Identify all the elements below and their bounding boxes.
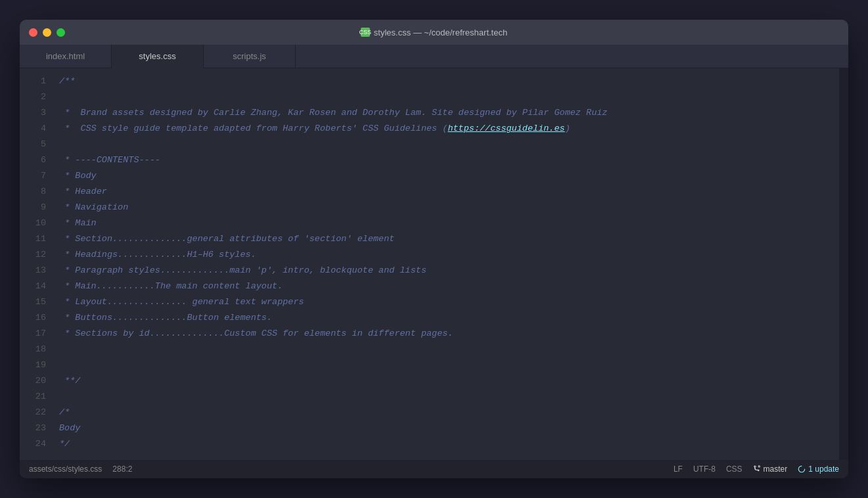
code-line-12: * Headings.............H1–H6 styles. [54, 247, 839, 263]
line-num-12: 12 [25, 247, 46, 263]
status-right: LF UTF-8 CSS master 1 update [674, 464, 839, 474]
code-line-3: * Brand assets designed by Carlie Zhang,… [54, 105, 839, 121]
line-num-3: 3 [25, 105, 46, 121]
line-num-24: 24 [25, 436, 46, 452]
line-num-8: 8 [25, 184, 46, 200]
code-line-24: */ [54, 436, 839, 452]
title-bar-text: CSS styles.css — ~/code/refreshart.tech [361, 28, 507, 37]
editor-container: 1 2 3 4 5 6 7 8 9 10 11 12 13 14 15 16 1… [20, 68, 848, 460]
code-line-13: * Paragraph styles.............main 'p',… [54, 263, 839, 279]
maximize-button[interactable] [57, 28, 65, 37]
code-line-6: * ----CONTENTS---- [54, 152, 839, 168]
code-line-4: * CSS style guide template adapted from … [54, 121, 839, 137]
line-num-13: 13 [25, 263, 46, 279]
line-num-4: 4 [25, 121, 46, 137]
code-line-2 [54, 89, 839, 105]
line-num-21: 21 [25, 389, 46, 405]
status-bar: assets/css/styles.css 288:2 LF UTF-8 CSS… [20, 460, 848, 478]
code-line-14: * Main...........The main content layout… [54, 279, 839, 294]
line-num-15: 15 [25, 294, 46, 310]
code-line-23: Body [54, 420, 839, 436]
line-num-17: 17 [25, 326, 46, 342]
line-num-20: 20 [25, 373, 46, 389]
line-num-1: 1 [25, 74, 46, 89]
line-num-5: 5 [25, 137, 46, 152]
git-branch-icon [753, 465, 761, 473]
code-line-8: * Header [54, 184, 839, 200]
code-line-15: * Layout............... general text wra… [54, 294, 839, 310]
minimize-button[interactable] [43, 28, 51, 37]
scrollbar[interactable] [839, 68, 848, 460]
window-title: styles.css — ~/code/refreshart.tech [374, 28, 507, 37]
code-line-11: * Section..............general attribute… [54, 231, 839, 247]
tab-spacer [296, 45, 848, 68]
file-type-icon: CSS [361, 28, 370, 37]
code-line-1: /** [54, 74, 839, 89]
code-line-5 [54, 137, 839, 152]
code-line-20: **/ [54, 373, 839, 389]
status-language[interactable]: CSS [726, 464, 742, 474]
code-line-17: * Sections by id..............Custom CSS… [54, 326, 839, 342]
code-line-7: * Body [54, 168, 839, 184]
line-num-10: 10 [25, 215, 46, 231]
window-controls [29, 28, 65, 37]
line-num-23: 23 [25, 420, 46, 436]
tab-scripts-js[interactable]: scripts.js [204, 45, 296, 68]
status-branch: master [753, 464, 788, 474]
status-position: 288:2 [112, 464, 132, 474]
code-line-10: * Main [54, 215, 839, 231]
status-update[interactable]: 1 update [798, 464, 839, 474]
line-num-2: 2 [25, 89, 46, 105]
line-num-19: 19 [25, 357, 46, 373]
editor-window: CSS styles.css — ~/code/refreshart.tech … [20, 20, 848, 478]
line-num-22: 22 [25, 405, 46, 420]
line-num-18: 18 [25, 342, 46, 357]
code-line-18 [54, 342, 839, 357]
update-icon [798, 465, 806, 473]
status-file-path: assets/css/styles.css [29, 464, 102, 474]
close-button[interactable] [29, 28, 37, 37]
tab-styles-css[interactable]: styles.css [112, 45, 204, 68]
code-line-22: /* [54, 405, 839, 420]
title-bar: CSS styles.css — ~/code/refreshart.tech [20, 20, 848, 45]
line-num-9: 9 [25, 200, 46, 215]
status-left: assets/css/styles.css 288:2 [29, 464, 132, 474]
line-num-14: 14 [25, 279, 46, 294]
line-num-7: 7 [25, 168, 46, 184]
code-line-9: * Navigation [54, 200, 839, 215]
line-numbers: 1 2 3 4 5 6 7 8 9 10 11 12 13 14 15 16 1… [20, 68, 54, 460]
code-line-19 [54, 357, 839, 373]
code-line-16: * Buttons..............Button elements. [54, 310, 839, 326]
code-line-21 [54, 389, 839, 405]
line-num-6: 6 [25, 152, 46, 168]
status-encoding[interactable]: UTF-8 [693, 464, 716, 474]
tab-index-html[interactable]: index.html [20, 45, 112, 68]
status-line-ending[interactable]: LF [674, 464, 683, 474]
tab-bar: index.html styles.css scripts.js [20, 45, 848, 68]
line-num-11: 11 [25, 231, 46, 247]
line-num-16: 16 [25, 310, 46, 326]
code-editor[interactable]: /** * Brand assets designed by Carlie Zh… [54, 68, 839, 460]
